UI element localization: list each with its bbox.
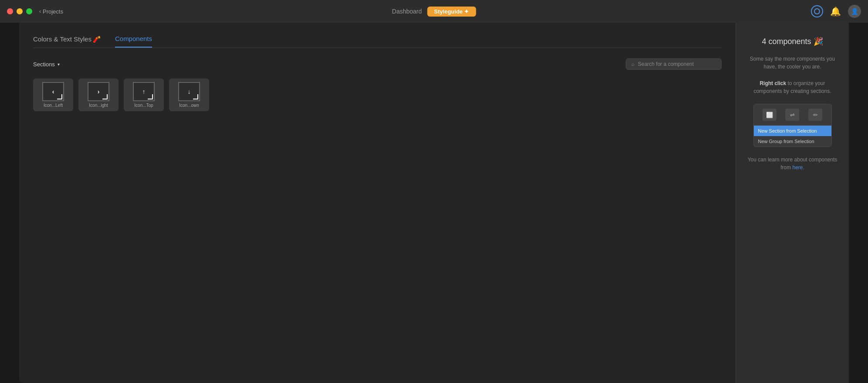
chevron-down-icon: ▾ <box>58 62 60 67</box>
back-label: Projects <box>43 8 63 15</box>
styleguide-tab[interactable]: Styleguide ✦ <box>427 7 476 17</box>
tab-components-label: Components <box>115 35 152 42</box>
search-icon: ⌕ <box>631 61 634 67</box>
traffic-lights <box>7 8 32 14</box>
arrow-right-icon: › <box>98 88 100 95</box>
main-content: Colors & Text Styles🧨 Components Section… <box>19 23 849 383</box>
component-card-icon-top[interactable]: ↑ Icon...Top <box>124 79 164 111</box>
arrow-up-icon: ↑ <box>142 88 146 95</box>
component-card-icon-left[interactable]: ‹ Icon...Left <box>33 79 73 111</box>
status-icon[interactable] <box>811 5 823 17</box>
tabs: Colors & Text Styles🧨 Components <box>33 35 722 48</box>
context-menu-preview: ⬜ ⇌ ✏ New Section from Selection New Gro… <box>753 104 832 147</box>
notifications-icon[interactable]: 🔔 <box>830 6 841 17</box>
corner-mark <box>102 94 108 99</box>
corner-mark <box>193 94 198 99</box>
components-subtitle: Some say the more components you have, t… <box>746 55 838 71</box>
learn-more-text: You can learn more about components from… <box>746 156 838 171</box>
component-card-icon-right[interactable]: › Icon...ight <box>78 79 119 111</box>
corner-mark <box>57 94 62 99</box>
titlebar-center: Dashboard Styleguide ✦ <box>392 7 476 17</box>
titlebar-right: 🔔 👤 <box>811 5 861 18</box>
right-click-bold: Right click <box>760 80 786 86</box>
avatar-icon: 👤 <box>851 8 858 15</box>
arrow-down-icon: ↓ <box>188 88 191 95</box>
tab-colors-label: Colors & Text Styles <box>33 35 92 43</box>
component-preview-icon-down: ↓ <box>178 82 200 101</box>
dashboard-tab[interactable]: Dashboard <box>392 8 422 15</box>
arrow-left-icon: ‹ <box>52 88 54 95</box>
chevron-left-icon: ‹ <box>39 8 41 14</box>
learn-suffix: . <box>803 164 804 171</box>
component-label-icon-left: Icon...Left <box>44 103 63 108</box>
avatar[interactable]: 👤 <box>848 5 861 18</box>
tab-components[interactable]: Components <box>115 35 152 48</box>
search-input[interactable] <box>638 61 716 67</box>
component-grid: ‹ Icon...Left › Icon...ight ↑ Icon...Top <box>33 79 722 111</box>
context-menu-item-new-section[interactable]: New Section from Selection <box>754 126 831 136</box>
left-panel: Colors & Text Styles🧨 Components Section… <box>19 23 736 383</box>
back-button[interactable]: ‹ Projects <box>39 8 63 15</box>
titlebar: ‹ Projects Dashboard Styleguide ✦ 🔔 👤 <box>0 0 868 23</box>
maximize-button[interactable] <box>26 8 32 14</box>
component-preview-icon-left: ‹ <box>42 82 64 101</box>
minimize-button[interactable] <box>17 8 23 14</box>
context-menu-icons: ⬜ ⇌ ✏ <box>754 104 831 126</box>
search-bar: ⌕ <box>626 58 722 70</box>
component-label-icon-down: Icon...own <box>179 103 199 108</box>
toolbar: Sections ▾ ⌕ <box>33 58 722 70</box>
sections-button[interactable]: Sections ▾ <box>33 61 60 68</box>
edit-icon: ✏ <box>808 109 822 121</box>
component-preview-icon-top: ↑ <box>133 82 155 101</box>
right-click-instruction: Right click to organize your components … <box>746 79 838 95</box>
components-count-title: 4 components 🎉 <box>746 37 838 46</box>
copy-icon: ⬜ <box>763 109 776 121</box>
tab-colors-text-styles[interactable]: Colors & Text Styles🧨 <box>33 35 101 48</box>
context-menu-item-new-group[interactable]: New Group from Selection <box>754 136 831 147</box>
corner-mark <box>148 94 153 99</box>
component-label-icon-right: Icon...ight <box>89 103 108 108</box>
component-preview-icon-right: › <box>88 82 109 101</box>
learn-link[interactable]: here <box>792 164 803 171</box>
circle-icon <box>814 8 820 14</box>
component-label-icon-top: Icon...Top <box>134 103 153 108</box>
close-button[interactable] <box>7 8 13 14</box>
component-card-icon-down[interactable]: ↓ Icon...own <box>169 79 209 111</box>
sliders-icon: ⇌ <box>785 109 799 121</box>
right-panel: 4 components 🎉 Some say the more compone… <box>736 23 849 383</box>
sections-label: Sections <box>33 61 55 68</box>
